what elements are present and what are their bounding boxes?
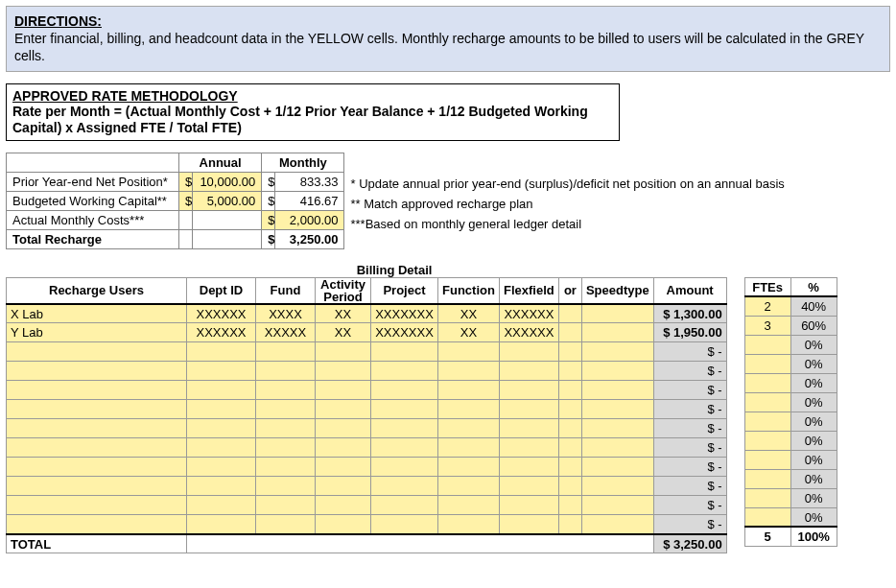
cell-function[interactable] xyxy=(438,400,500,419)
cell-function[interactable] xyxy=(438,458,500,477)
cell-fund[interactable] xyxy=(256,342,316,362)
cell-speed[interactable] xyxy=(581,496,653,515)
cell-or[interactable] xyxy=(558,438,581,458)
cell-user[interactable] xyxy=(7,477,187,496)
cell-user[interactable] xyxy=(7,419,187,438)
cell-activity[interactable]: XX xyxy=(316,323,371,342)
cell-fund[interactable] xyxy=(256,381,316,400)
cell-speed[interactable] xyxy=(581,419,653,438)
cell-fund[interactable]: XXXXX xyxy=(256,323,316,342)
cell-user[interactable] xyxy=(7,515,187,534)
cell-dept[interactable] xyxy=(187,496,256,515)
annual-cell[interactable]: $ xyxy=(179,172,193,191)
cell-dept[interactable] xyxy=(187,477,256,496)
cell-speed[interactable] xyxy=(581,458,653,477)
cell-dept[interactable] xyxy=(187,362,256,381)
cell-fte[interactable] xyxy=(744,431,790,450)
cell-project[interactable] xyxy=(371,477,438,496)
cell-fund[interactable] xyxy=(256,477,316,496)
cell-dept[interactable] xyxy=(187,381,256,400)
cell-fte[interactable] xyxy=(744,392,790,412)
cell-function[interactable] xyxy=(438,477,500,496)
cell-flex[interactable] xyxy=(499,362,558,381)
cell-or[interactable] xyxy=(558,304,581,323)
cell-flex[interactable]: XXXXXX xyxy=(499,323,558,342)
cell-flex[interactable] xyxy=(499,400,558,419)
cell-function[interactable] xyxy=(438,362,500,381)
cell-activity[interactable] xyxy=(316,458,371,477)
cell-fund[interactable] xyxy=(256,438,316,458)
cell-fte[interactable]: 3 xyxy=(744,316,790,335)
cell-user[interactable]: X Lab xyxy=(7,304,187,323)
cell-user[interactable] xyxy=(7,400,187,419)
cell-or[interactable] xyxy=(558,342,581,362)
cell-flex[interactable]: XXXXXX xyxy=(499,304,558,323)
cell-project[interactable] xyxy=(371,419,438,438)
cell-speed[interactable] xyxy=(581,438,653,458)
monthly-cell[interactable]: $ xyxy=(262,210,275,229)
cell-or[interactable] xyxy=(558,362,581,381)
cell-flex[interactable] xyxy=(499,419,558,438)
cell-user[interactable] xyxy=(7,438,187,458)
cell-fte[interactable] xyxy=(744,354,790,373)
cell-or[interactable] xyxy=(558,496,581,515)
cell-fte[interactable] xyxy=(744,373,790,392)
cell-flex[interactable] xyxy=(499,477,558,496)
cell-dept[interactable]: XXXXXX xyxy=(187,323,256,342)
cell-fte[interactable] xyxy=(744,450,790,469)
cell-activity[interactable] xyxy=(316,400,371,419)
cell-fte[interactable] xyxy=(744,488,790,507)
cell-project[interactable] xyxy=(371,400,438,419)
cell-speed[interactable] xyxy=(581,362,653,381)
cell-user[interactable] xyxy=(7,381,187,400)
annual-value[interactable]: 5,000.00 xyxy=(193,191,262,210)
cell-user[interactable] xyxy=(7,362,187,381)
cell-or[interactable] xyxy=(558,323,581,342)
cell-project[interactable] xyxy=(371,362,438,381)
cell-speed[interactable] xyxy=(581,342,653,362)
cell-project[interactable]: XXXXXXX xyxy=(371,323,438,342)
cell-project[interactable]: XXXXXXX xyxy=(371,304,438,323)
cell-flex[interactable] xyxy=(499,438,558,458)
cell-user[interactable]: Y Lab xyxy=(7,323,187,342)
cell-activity[interactable]: XX xyxy=(316,304,371,323)
cell-flex[interactable] xyxy=(499,496,558,515)
cell-flex[interactable] xyxy=(499,458,558,477)
cell-project[interactable] xyxy=(371,381,438,400)
cell-activity[interactable] xyxy=(316,381,371,400)
cell-fte[interactable] xyxy=(744,507,790,527)
cell-dept[interactable] xyxy=(187,515,256,534)
cell-dept[interactable] xyxy=(187,438,256,458)
cell-activity[interactable] xyxy=(316,515,371,534)
cell-fund[interactable] xyxy=(256,362,316,381)
cell-project[interactable] xyxy=(371,515,438,534)
cell-dept[interactable] xyxy=(187,400,256,419)
cell-activity[interactable] xyxy=(316,496,371,515)
cell-speed[interactable] xyxy=(581,323,653,342)
cell-activity[interactable] xyxy=(316,477,371,496)
annual-value[interactable]: 10,000.00 xyxy=(193,172,262,191)
cell-fund[interactable] xyxy=(256,419,316,438)
cell-function[interactable]: XX xyxy=(438,304,500,323)
cell-fte[interactable] xyxy=(744,335,790,354)
cell-activity[interactable] xyxy=(316,438,371,458)
cell-or[interactable] xyxy=(558,515,581,534)
cell-function[interactable] xyxy=(438,419,500,438)
cell-dept[interactable] xyxy=(187,342,256,362)
cell-fund[interactable] xyxy=(256,515,316,534)
cell-flex[interactable] xyxy=(499,515,558,534)
cell-activity[interactable] xyxy=(316,342,371,362)
cell-function[interactable] xyxy=(438,496,500,515)
cell-speed[interactable] xyxy=(581,515,653,534)
cell-speed[interactable] xyxy=(581,477,653,496)
annual-cell[interactable]: $ xyxy=(179,191,193,210)
cell-or[interactable] xyxy=(558,458,581,477)
cell-speed[interactable] xyxy=(581,400,653,419)
cell-project[interactable] xyxy=(371,458,438,477)
cell-flex[interactable] xyxy=(499,381,558,400)
cell-user[interactable] xyxy=(7,458,187,477)
cell-function[interactable] xyxy=(438,438,500,458)
cell-or[interactable] xyxy=(558,419,581,438)
cell-fund[interactable]: XXXX xyxy=(256,304,316,323)
monthly-value[interactable]: 2,000.00 xyxy=(275,210,344,229)
